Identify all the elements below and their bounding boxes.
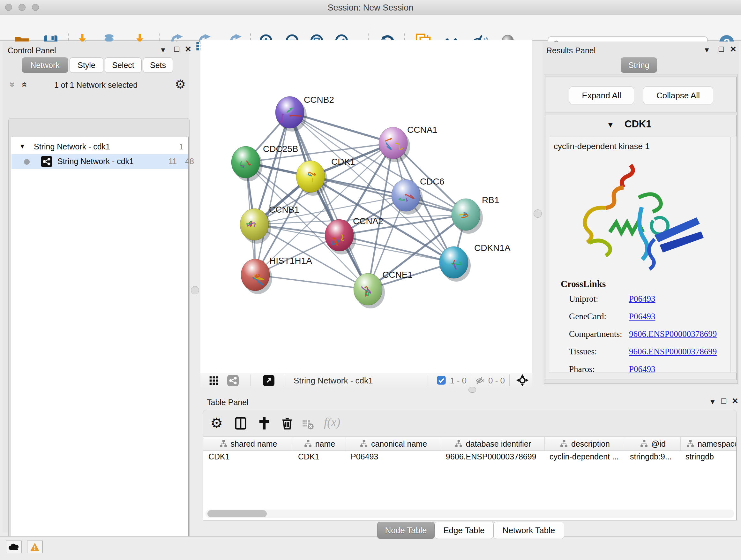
tab-network[interactable]: Network — [22, 57, 68, 73]
warning-icon — [30, 543, 40, 551]
network-graph[interactable]: CCNB2CCNA1CDC25BCDK1CDC6RB1CCNB1CCNA2CDK… — [200, 40, 532, 373]
node-label-CDKN1A: CDKN1A — [474, 243, 511, 253]
table-header-row: shared namenamecanonical namedatabase id… — [203, 437, 736, 451]
float-panel-icon[interactable]: ▼ — [703, 46, 711, 54]
undock-panel-icon[interactable]: □ — [174, 44, 179, 54]
network-selection-status: 1 of 1 Network selected — [3, 80, 189, 90]
cell-namespace[interactable]: stringdb — [680, 450, 737, 462]
node-CDKN1A[interactable] — [440, 246, 471, 282]
tab-sets[interactable]: Sets — [143, 57, 173, 73]
birdseye-navigator-icon[interactable] — [263, 375, 274, 388]
crosslink-value-link[interactable]: P06493 — [629, 364, 656, 374]
undock-panel-icon[interactable]: □ — [721, 396, 726, 406]
tab-node-table[interactable]: Node Table — [377, 522, 434, 539]
float-panel-icon[interactable]: ▼ — [709, 398, 716, 406]
node-CCNA1[interactable] — [379, 127, 410, 162]
string-app-icon — [41, 156, 52, 167]
node-HIST1H1A[interactable] — [241, 259, 272, 294]
node-RB1[interactable] — [452, 199, 483, 234]
function-builder-icon: f(x) — [324, 415, 340, 429]
cell-id[interactable]: stringdb:9... — [625, 450, 680, 462]
crosslink-label: Uniprot: — [569, 294, 629, 304]
table-row[interactable]: CDK1CDK1P064939606.ENSP00000378699cyclin… — [203, 450, 736, 462]
float-panel-icon[interactable]: ▼ — [159, 46, 166, 54]
network-status-dot — [23, 159, 30, 165]
show-columns-icon[interactable] — [233, 416, 248, 432]
tab-network-table[interactable]: Network Table — [493, 522, 564, 539]
node-CCNE1[interactable] — [354, 273, 385, 308]
grid-view-icon[interactable] — [209, 375, 219, 387]
expand-all-button[interactable]: Expand All — [569, 86, 634, 105]
network-canvas[interactable]: CCNB2CCNA1CDC25BCDK1CDC6RB1CCNB1CCNA2CDK… — [200, 40, 532, 373]
delete-column-icon[interactable] — [280, 416, 294, 432]
tab-string[interactable]: String — [621, 57, 657, 73]
cell-sharedname[interactable]: CDK1 — [203, 450, 293, 462]
undock-panel-icon[interactable]: □ — [719, 44, 724, 54]
close-panel-icon[interactable]: × — [730, 44, 736, 54]
column-header-namespace[interactable]: namespace — [680, 437, 737, 450]
table-settings-gear-icon[interactable]: ⚙ — [210, 415, 223, 431]
collapse-all-button[interactable]: Collapse All — [643, 86, 713, 105]
column-header-databaseidentifier[interactable]: database identifier — [441, 437, 544, 450]
node-label-CDC6: CDC6 — [420, 177, 444, 186]
edge-CCNB2-HIST1H1A[interactable] — [255, 112, 290, 275]
table-scrollbar-thumb[interactable] — [207, 510, 267, 517]
cell-name[interactable]: CDK1 — [293, 450, 346, 462]
network-view-toolbar: String Network - cdk1 1 - 0 0 - 0 — [200, 373, 532, 387]
node-label-CDC25B: CDC25B — [263, 144, 298, 154]
string-share-icon[interactable] — [227, 375, 239, 388]
cell-canonicalname[interactable]: P06493 — [346, 450, 441, 462]
cell-databaseidentifier[interactable]: 9606.ENSP00000378699 — [441, 450, 544, 462]
node-label-CCNB1: CCNB1 — [269, 205, 299, 214]
network-collection-row[interactable]: ▼ String Network - cdk1 1 — [11, 139, 188, 154]
crosslink-value-link[interactable]: 9606.ENSP00000378699 — [629, 329, 717, 339]
node-table[interactable]: shared namenamecanonical namedatabase id… — [203, 437, 737, 520]
right-splitter-handle[interactable] — [534, 209, 542, 218]
column-header-id[interactable]: @id — [625, 437, 680, 450]
crosshair-icon[interactable] — [516, 374, 529, 388]
column-header-description[interactable]: description — [544, 437, 625, 450]
crosslink-value-link[interactable]: P06493 — [629, 294, 656, 304]
cloud-icon — [8, 543, 19, 551]
network-row[interactable]: String Network - cdk1 11 48 — [11, 154, 188, 169]
crosslink-value-link[interactable]: P06493 — [629, 312, 656, 321]
column-header-canonicalname[interactable]: canonical name — [346, 437, 441, 450]
tab-edge-table[interactable]: Edge Table — [434, 522, 493, 539]
selected-checkbox-icon[interactable] — [436, 375, 446, 386]
title-bar: Session: New Session — [0, 0, 741, 15]
warning-button[interactable] — [27, 541, 43, 553]
tab-select[interactable]: Select — [105, 57, 142, 73]
cloud-button[interactable] — [6, 541, 22, 553]
table-horizontal-scrollbar[interactable] — [205, 509, 734, 518]
network-edge-count: 48 — [185, 157, 194, 166]
tree-expander-icon[interactable]: ▼ — [19, 143, 25, 150]
node-CDK1[interactable] — [296, 161, 327, 196]
control-panel-tabs: NetworkStyleSelectSets — [22, 57, 181, 73]
node-label-CCNE1: CCNE1 — [382, 270, 413, 280]
gene-expander-icon[interactable]: ▼ — [607, 120, 614, 129]
application-window: Session: New Session — [0, 0, 741, 560]
tab-style[interactable]: Style — [70, 57, 104, 73]
node-CCNB2[interactable] — [275, 97, 307, 132]
left-splitter-handle[interactable] — [191, 286, 199, 294]
toolbar-separator — [471, 374, 471, 386]
close-panel-icon[interactable]: × — [732, 396, 738, 406]
horizontal-splitter-handle[interactable] — [468, 387, 476, 393]
add-column-icon[interactable] — [257, 416, 272, 432]
control-panel: Control Panel ▼ □ × NetworkStyleSelectSe… — [3, 42, 189, 533]
table-panel-title: Table Panel — [207, 398, 249, 407]
table-toolbar: ⚙ f(x) — [203, 410, 737, 437]
column-header-name[interactable]: name — [293, 437, 346, 450]
close-panel-icon[interactable]: × — [185, 44, 191, 54]
node-CDC25B[interactable] — [231, 146, 263, 181]
current-network-name: String Network - cdk1 — [293, 376, 373, 386]
results-vertical-scrollbar[interactable] — [730, 137, 737, 373]
cell-description[interactable]: cyclin-dependent ... — [544, 450, 625, 462]
network-options-gear-icon[interactable]: ⚙ — [175, 77, 186, 91]
column-header-sharedname[interactable]: shared name — [203, 437, 293, 450]
toolbar-separator — [285, 374, 285, 386]
crosslink-value-link[interactable]: 9606.ENSP00000378699 — [629, 347, 717, 357]
edge-HIST1H1A-CCNE1[interactable] — [255, 275, 368, 289]
node-label-HIST1H1A: HIST1H1A — [269, 256, 312, 266]
node-label-CDK1: CDK1 — [331, 157, 355, 167]
